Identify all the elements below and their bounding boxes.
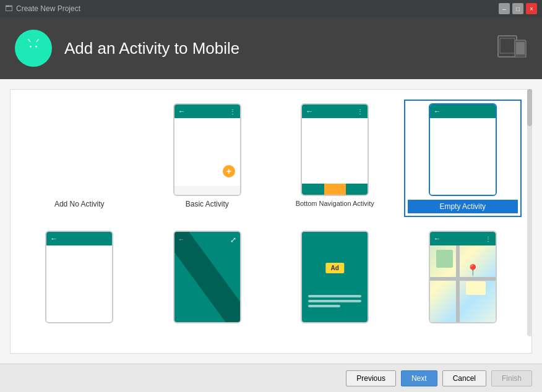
card-empty-activity-label: Empty Activity bbox=[408, 200, 518, 213]
previous-button[interactable]: Previous bbox=[346, 370, 396, 386]
admob-activity-mockup: Ad bbox=[301, 231, 369, 323]
toolbar-back-icon3: ← bbox=[434, 107, 441, 116]
svg-rect-11 bbox=[500, 38, 515, 53]
ad-badge: Ad bbox=[326, 263, 344, 273]
svg-line-4 bbox=[37, 40, 38, 42]
card-bottom-nav-activity[interactable]: ← ⋮ Bottom Navigation Activity bbox=[276, 100, 394, 217]
toolbar-back-icon: ← bbox=[178, 107, 186, 116]
svg-line-14 bbox=[174, 232, 240, 322]
close-button[interactable]: × bbox=[526, 3, 537, 14]
android-logo bbox=[15, 30, 52, 67]
fullscreen-activity-mockup: ← ⤢ bbox=[173, 231, 241, 323]
cancel-button[interactable]: Cancel bbox=[442, 370, 486, 386]
device-icon bbox=[497, 35, 527, 62]
card-admob-activity[interactable]: Ad bbox=[276, 227, 394, 343]
svg-rect-6 bbox=[24, 49, 27, 55]
empty-activity-mockup: ← bbox=[429, 103, 497, 196]
svg-rect-8 bbox=[28, 56, 31, 59]
toolbar-menu-icon2: ⋮ bbox=[357, 108, 364, 115]
toolbar-back-icon2: ← bbox=[306, 107, 313, 116]
scrollbar-thumb[interactable] bbox=[527, 89, 532, 126]
card-empty-activity[interactable]: ← Empty Activity bbox=[404, 100, 522, 217]
scrollbar[interactable] bbox=[527, 89, 532, 336]
bottom-bar: Previous Next Cancel Finish bbox=[0, 364, 542, 392]
card-basic-activity[interactable]: ← ⋮ + Basic Activity bbox=[148, 100, 267, 217]
finish-button[interactable]: Finish bbox=[491, 370, 532, 386]
main-content: Add No Activity ← ⋮ + Basic Activity ← bbox=[0, 79, 542, 364]
map-pin-icon: 📍 bbox=[466, 263, 480, 277]
maps-activity-mockup: 📍 ← ⋮ bbox=[429, 231, 497, 323]
card-no-activity[interactable]: Add No Activity bbox=[20, 100, 139, 217]
title-bar-controls: – □ × bbox=[499, 3, 537, 14]
fab-icon: + bbox=[223, 165, 235, 177]
ad-content-lines bbox=[308, 295, 361, 310]
toolbar-back-icon4: ← bbox=[50, 234, 58, 243]
header: Add an Activity to Mobile bbox=[0, 17, 542, 79]
svg-point-2 bbox=[35, 46, 37, 48]
toolbar-menu-icon: ⋮ bbox=[230, 108, 236, 115]
svg-rect-10 bbox=[498, 36, 517, 57]
card-fullscreen-activity[interactable]: ← ⤢ bbox=[148, 227, 267, 343]
map-menu-icon: ⋮ bbox=[485, 236, 492, 242]
title-bar-icon: 🗔 bbox=[5, 4, 12, 13]
card-no-activity-label: Add No Activity bbox=[54, 200, 105, 208]
next-button[interactable]: Next bbox=[401, 370, 437, 386]
svg-rect-7 bbox=[41, 49, 44, 55]
diagonal-decoration bbox=[174, 232, 240, 322]
svg-rect-13 bbox=[516, 42, 525, 54]
basic-activity-mockup: ← ⋮ + bbox=[173, 103, 241, 196]
minimize-button[interactable]: – bbox=[499, 3, 510, 14]
card-maps-activity[interactable]: 📍 ← ⋮ bbox=[404, 227, 522, 343]
bottom-nav-activity-mockup: ← ⋮ bbox=[301, 103, 369, 196]
title-bar: 🗔 Create New Project – □ × bbox=[0, 0, 542, 17]
svg-rect-9 bbox=[37, 56, 40, 59]
svg-point-1 bbox=[30, 46, 32, 48]
fragment-activity-mockup: ← bbox=[45, 231, 113, 323]
page-title: Add an Activity to Mobile bbox=[64, 39, 239, 58]
activities-grid: Add No Activity ← ⋮ + Basic Activity ← bbox=[10, 89, 532, 354]
card-bottom-nav-activity-label: Bottom Navigation Activity bbox=[296, 200, 374, 207]
card-basic-activity-label: Basic Activity bbox=[186, 200, 229, 208]
map-back-icon: ← bbox=[434, 234, 441, 243]
card-fragment-activity[interactable]: ← bbox=[20, 227, 139, 343]
maximize-button[interactable]: □ bbox=[512, 3, 523, 14]
svg-rect-5 bbox=[27, 49, 40, 58]
svg-line-3 bbox=[28, 40, 30, 42]
title-bar-text: Create New Project bbox=[16, 4, 80, 13]
